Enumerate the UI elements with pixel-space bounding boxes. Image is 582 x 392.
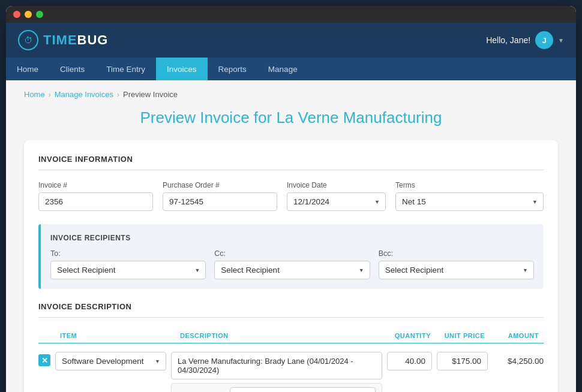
bcc-select[interactable]: Select Recipient: [379, 261, 534, 279]
invoice-num-group: Invoice #: [38, 181, 153, 211]
minimize-button[interactable]: [25, 11, 32, 18]
col-item: ITEM: [60, 332, 180, 339]
amount-value: $4,250.00: [493, 352, 544, 366]
page-title: Preview Invoice for La Verne Manufacturi…: [24, 108, 558, 127]
description-area: La Verne Manufacturing: Brady Lane (04/0…: [171, 352, 382, 392]
quantity-group: [387, 352, 432, 370]
nav-item-manage[interactable]: Manage: [257, 58, 308, 80]
col-quantity: QUANTITY: [377, 332, 431, 339]
nav-bar: Home Clients Time Entry Invoices Reports…: [6, 58, 576, 80]
user-greeting: Hello, Jane!: [486, 35, 530, 45]
nav-item-reports[interactable]: Reports: [208, 58, 257, 80]
po-group: Purchase Order #: [163, 181, 277, 211]
logo-text: TIMEBUG: [43, 32, 108, 48]
invoice-info-row: Invoice # Purchase Order # Invoice Date …: [38, 181, 544, 211]
linked-project-row: Linked Project: La Verne CMS: [171, 383, 382, 392]
app-header: ⏱ TIMEBUG Hello, Jane! J ▼: [6, 23, 576, 58]
desc-heading: INVOICE DESCRIPTION: [38, 302, 544, 318]
bcc-group: Bcc: Select Recipient: [379, 249, 534, 279]
cc-label: Cc:: [214, 249, 370, 258]
breadcrumb-home[interactable]: Home: [24, 90, 45, 99]
close-button[interactable]: [13, 11, 20, 18]
logo-icon: ⏱: [18, 30, 38, 50]
to-group: To: Select Recipient: [50, 249, 206, 279]
nav-item-timeentry[interactable]: Time Entry: [95, 58, 156, 80]
recipients-row: To: Select Recipient Cc: Select Recipien…: [50, 249, 534, 279]
to-select-wrapper: Select Recipient: [50, 261, 206, 279]
unit-price-group: [437, 352, 488, 370]
breadcrumb: Home › Manage Invoices › Preview Invoice: [24, 90, 558, 99]
user-area: Hello, Jane! J ▼: [486, 31, 564, 49]
browser-titlebar: [6, 6, 576, 23]
cc-select-wrapper: Select Recipient: [214, 261, 370, 279]
po-label: Purchase Order #: [163, 181, 277, 189]
breadcrumb-manage-invoices[interactable]: Manage Invoices: [55, 90, 113, 99]
recipients-box: INVOICE RECIPIENTS To: Select Recipient …: [38, 224, 544, 289]
desc-table-header: ITEM DESCRIPTION QUANTITY UNIT PRICE AMO…: [38, 328, 544, 343]
terms-select[interactable]: Net 15 Net 30 Net 45 Due on Receipt: [395, 192, 544, 211]
main-content: Home › Manage Invoices › Preview Invoice…: [6, 80, 576, 392]
item-select[interactable]: Software Development: [55, 352, 166, 370]
nav-item-clients[interactable]: Clients: [49, 58, 95, 80]
table-row: ✕ Software Development La Verne Manufact…: [38, 348, 544, 392]
description-textarea[interactable]: La Verne Manufacturing: Brady Lane (04/0…: [171, 352, 382, 379]
date-group: Invoice Date 12/1/2024: [287, 181, 386, 211]
maximize-button[interactable]: [36, 11, 43, 18]
nav-item-home[interactable]: Home: [6, 58, 49, 80]
unit-price-input[interactable]: [437, 352, 488, 370]
breadcrumb-current: Preview Invoice: [123, 90, 178, 99]
breadcrumb-sep-2: ›: [117, 91, 119, 99]
quantity-input[interactable]: [387, 352, 432, 370]
logo-area: ⏱ TIMEBUG: [18, 30, 108, 50]
cc-select[interactable]: Select Recipient: [214, 261, 370, 279]
linked-project-select[interactable]: La Verne CMS: [230, 387, 376, 392]
bcc-select-wrapper: Select Recipient: [379, 261, 534, 279]
recipients-heading: INVOICE RECIPIENTS: [50, 234, 534, 242]
browser-window: ⏱ TIMEBUG Hello, Jane! J ▼ Home Clients …: [6, 6, 576, 392]
po-input[interactable]: [163, 192, 277, 211]
cc-group: Cc: Select Recipient: [214, 249, 370, 279]
terms-select-wrapper: Net 15 Net 30 Net 45 Due on Receipt: [395, 192, 544, 211]
invoice-num-label: Invoice #: [38, 181, 153, 189]
breadcrumb-sep-1: ›: [49, 91, 51, 99]
delete-row-button[interactable]: ✕: [38, 354, 50, 366]
to-select[interactable]: Select Recipient: [50, 261, 206, 279]
avatar: J: [535, 31, 553, 49]
linked-project-select-wrapper: La Verne CMS: [230, 387, 376, 392]
item-select-wrapper: Software Development: [55, 352, 166, 370]
to-label: To:: [50, 249, 206, 258]
bcc-label: Bcc:: [379, 249, 534, 258]
col-unit-price: UNIT PRICE: [431, 332, 485, 339]
col-description: DESCRIPTION: [180, 332, 377, 339]
date-label: Invoice Date: [287, 181, 386, 189]
user-menu-chevron[interactable]: ▼: [558, 37, 564, 44]
invoice-card: INVOICE INFORMATION Invoice # Purchase O…: [24, 140, 558, 392]
invoice-num-input[interactable]: [38, 192, 153, 211]
date-select-wrapper: 12/1/2024: [287, 192, 386, 211]
terms-label: Terms: [395, 181, 544, 189]
nav-item-invoices[interactable]: Invoices: [156, 58, 208, 80]
col-amount: AMOUNT: [485, 332, 539, 339]
date-select[interactable]: 12/1/2024: [287, 192, 386, 211]
terms-group: Terms Net 15 Net 30 Net 45 Due on Receip…: [395, 181, 544, 211]
desc-section: INVOICE DESCRIPTION ITEM DESCRIPTION QUA…: [38, 302, 544, 392]
invoice-info-heading: INVOICE INFORMATION: [38, 155, 544, 170]
